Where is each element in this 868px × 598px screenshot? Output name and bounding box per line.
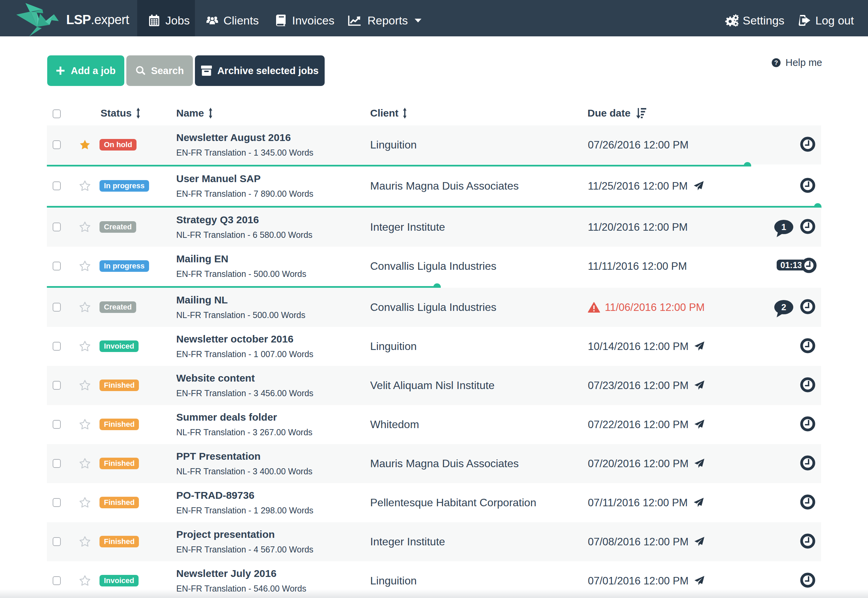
svg-text:?: ? [774, 60, 778, 66]
svg-text:1: 1 [781, 222, 786, 232]
svg-text:2: 2 [781, 302, 786, 312]
